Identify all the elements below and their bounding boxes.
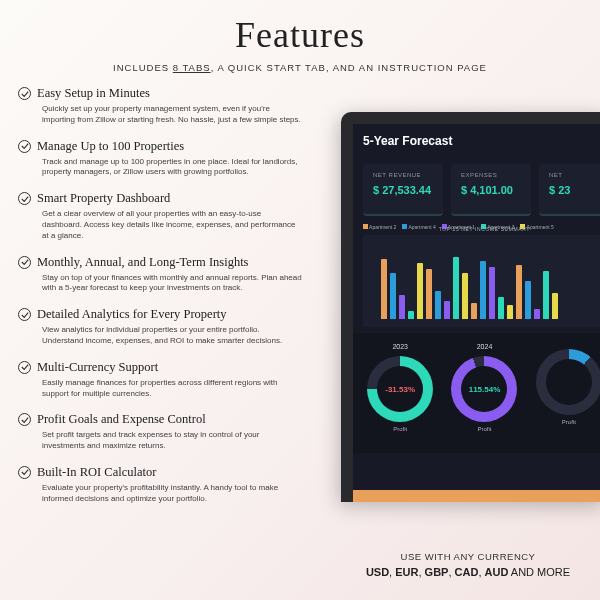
subtitle-tabs: 8 TABS xyxy=(173,62,211,73)
feature-title: Profit Goals and Expense Control xyxy=(37,412,206,427)
subtitle-post: , A QUICK START TAB, AND AN INSTRUCTION … xyxy=(211,62,487,73)
bar xyxy=(462,273,468,319)
bar xyxy=(498,297,504,319)
donut-ring xyxy=(536,349,600,415)
bar xyxy=(534,309,540,319)
bar xyxy=(399,295,405,319)
currency-line1: USE WITH ANY CURRENCY xyxy=(358,551,578,562)
kpi-label: NET xyxy=(549,172,600,178)
bar xyxy=(543,271,549,319)
kpi-value: $ 27,533.44 xyxy=(373,184,433,196)
donut-value: 115.54% xyxy=(469,385,501,394)
kpi-value: $ 23 xyxy=(549,184,600,196)
bar xyxy=(552,293,558,319)
bar xyxy=(507,305,513,319)
kpi-row: NET REVENUE $ 27,533.44EXPENSES $ 4,101.… xyxy=(353,164,600,216)
feature-item: Monthly, Annual, and Long-Term Insights … xyxy=(18,255,323,295)
feature-title: Multi-Currency Support xyxy=(37,360,158,375)
check-icon xyxy=(18,466,31,479)
bar xyxy=(408,311,414,319)
kpi-card: EXPENSES $ 4,101.00 xyxy=(451,164,531,216)
bar xyxy=(381,259,387,319)
bar xyxy=(516,265,522,319)
subtitle: INCLUDES 8 TABS, A QUICK START TAB, AND … xyxy=(0,62,600,73)
feature-desc: View analytics for individual properties… xyxy=(42,325,302,347)
kpi-card: NET REVENUE $ 27,533.44 xyxy=(363,164,443,216)
feature-item: Smart Property Dashboard Get a clear ove… xyxy=(18,191,323,241)
donut-year: 2024 xyxy=(447,343,521,350)
donut-ring: 115.54% xyxy=(451,356,517,422)
chart-title: TOP 15 NET INCOME SUMMARY xyxy=(439,226,531,232)
accent-strip xyxy=(353,490,600,502)
feature-title: Detailed Analytics for Every Property xyxy=(37,307,227,322)
feature-desc: Evaluate your property's profitability i… xyxy=(42,483,302,505)
feature-title: Manage Up to 100 Properties xyxy=(37,139,184,154)
bar xyxy=(417,263,423,319)
bar xyxy=(453,257,459,319)
donut-label: Profit xyxy=(447,426,521,432)
legend-item: Apartment 4 xyxy=(402,224,435,230)
donut-label: Profit xyxy=(363,426,437,432)
currency-block: USE WITH ANY CURRENCY USD, EUR, GBP, CAD… xyxy=(358,551,578,578)
feature-desc: Easily manage finances for properties ac… xyxy=(42,378,302,400)
feature-title: Built-In ROI Calculator xyxy=(37,465,156,480)
feature-item: Detailed Analytics for Every Property Vi… xyxy=(18,307,323,347)
check-icon xyxy=(18,361,31,374)
legend-item: Apartment 2 xyxy=(363,224,396,230)
check-icon xyxy=(18,192,31,205)
feature-title: Monthly, Annual, and Long-Term Insights xyxy=(37,255,249,270)
feature-desc: Set profit targets and track expenses to… xyxy=(42,430,302,452)
feature-desc: Stay on top of your finances with monthl… xyxy=(42,273,302,295)
donut-value: -31.53% xyxy=(385,385,415,394)
bar xyxy=(489,267,495,319)
dashboard-title: 5-Year Forecast xyxy=(353,124,600,156)
donut-card: 2024 115.54% Profit xyxy=(447,343,521,453)
donut-year: 2023 xyxy=(363,343,437,350)
donut-card: 2023 -31.53% Profit xyxy=(363,343,437,453)
feature-item: Easy Setup in Minutes Quickly set up you… xyxy=(18,86,323,126)
kpi-label: EXPENSES xyxy=(461,172,521,178)
feature-item: Multi-Currency Support Easily manage fin… xyxy=(18,360,323,400)
bar xyxy=(444,301,450,319)
donut-label: Profit xyxy=(532,419,600,425)
feature-desc: Quickly set up your property management … xyxy=(42,104,302,126)
donut-ring: -31.53% xyxy=(367,356,433,422)
features-list: Easy Setup in Minutes Quickly set up you… xyxy=(18,86,323,518)
subtitle-pre: INCLUDES xyxy=(113,62,173,73)
currency-tail: AND MORE xyxy=(508,566,570,578)
feature-item: Built-In ROI Calculator Evaluate your pr… xyxy=(18,465,323,505)
laptop-mockup: 5-Year Forecast NET REVENUE $ 27,533.44E… xyxy=(341,112,600,502)
legend-swatch xyxy=(402,224,407,229)
currency-line2: USD, EUR, GBP, CAD, AUD AND MORE xyxy=(358,566,578,578)
bar-chart: TOP 15 NET INCOME SUMMARY xyxy=(363,235,600,327)
bar xyxy=(471,303,477,319)
laptop-frame: 5-Year Forecast NET REVENUE $ 27,533.44E… xyxy=(341,112,600,502)
check-icon xyxy=(18,256,31,269)
check-icon xyxy=(18,87,31,100)
feature-desc: Get a clear overview of all your propert… xyxy=(42,209,302,241)
check-icon xyxy=(18,413,31,426)
feature-desc: Track and manage up to 100 properties in… xyxy=(42,157,302,179)
dashboard-screen: 5-Year Forecast NET REVENUE $ 27,533.44E… xyxy=(353,124,600,502)
bar xyxy=(435,291,441,319)
kpi-value: $ 4,101.00 xyxy=(461,184,521,196)
feature-item: Profit Goals and Expense Control Set pro… xyxy=(18,412,323,452)
bar xyxy=(480,261,486,319)
kpi-label: NET REVENUE xyxy=(373,172,433,178)
feature-title: Easy Setup in Minutes xyxy=(37,86,150,101)
feature-item: Manage Up to 100 Properties Track and ma… xyxy=(18,139,323,179)
bar xyxy=(390,273,396,319)
bar xyxy=(426,269,432,319)
check-icon xyxy=(18,140,31,153)
check-icon xyxy=(18,308,31,321)
feature-title: Smart Property Dashboard xyxy=(37,191,170,206)
donut-card: Profit xyxy=(532,343,600,453)
donut-row: 2023 -31.53% Profit 2024 115.54% Profit … xyxy=(353,333,600,453)
page-title: Features xyxy=(0,0,600,56)
legend-swatch xyxy=(363,224,368,229)
bar xyxy=(525,281,531,319)
kpi-card: NET $ 23 xyxy=(539,164,600,216)
bars xyxy=(381,249,600,319)
